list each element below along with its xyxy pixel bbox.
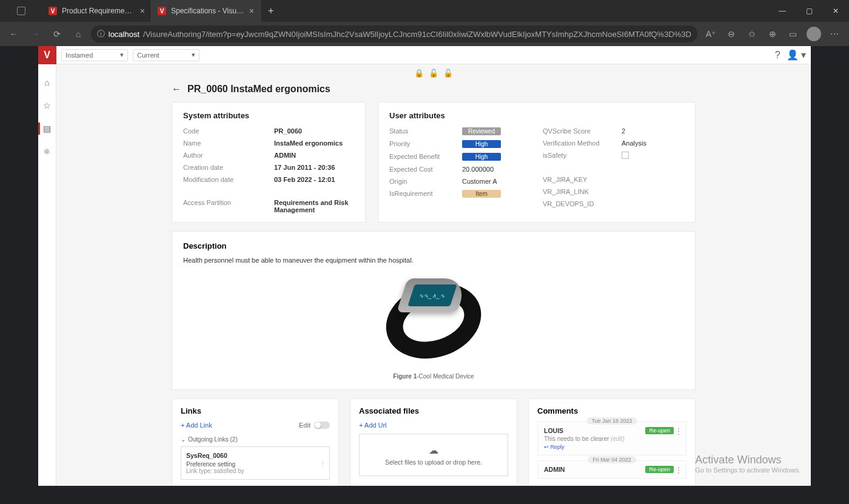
new-tab-button[interactable]: + [261,5,281,16]
attr-label: Priority [389,140,462,148]
close-icon[interactable]: × [140,6,145,16]
browser-tab-0[interactable]: V Product Requirements (27) - Vis... × [42,0,152,22]
minimize-button[interactable]: — [769,0,796,22]
benefit-badge: High [462,153,531,161]
back-button[interactable]: ← [5,24,22,44]
project-name: Instamed [65,52,93,59]
url-bar[interactable]: ⓘ localhost/VisureAuthoring7/item?p=eyJw… [91,25,697,42]
activate-windows-watermark: Activate Windows Go to Settings to activ… [695,454,800,474]
visure-favicon: V [158,7,166,15]
close-icon[interactable]: × [249,6,254,16]
home-button[interactable]: ⌂ [69,24,87,44]
attr-label: Author [183,152,274,159]
attr-label: Name [183,139,274,147]
baseline-selector[interactable]: Current ▾ [133,49,200,61]
cloud-upload-icon: ☁︎ [429,445,438,456]
card-heading: Associated files [359,406,508,415]
project-selector[interactable]: Instamed ▾ [61,49,128,61]
collections-icon[interactable]: ▭ [784,24,803,44]
attr-label: IsRequirement [389,190,462,198]
attr-value-partition: Requirements and Risk Management [274,199,354,213]
attr-label: Status [389,127,462,135]
favorites-icon[interactable]: ✩ [742,24,762,44]
link-item-sub: Link type: satisfied by [186,468,324,474]
tab-title: Product Requirements (27) - Vis... [62,7,135,15]
safety-checkbox[interactable] [622,152,684,160]
zoom-icon[interactable]: ⊖ [722,24,741,44]
attr-label: QVScribe Score [543,127,622,135]
attr-value-origin: Customer A [462,178,531,185]
card-heading: Comments [537,406,686,415]
comment-menu-icon[interactable]: ⋮ [675,466,682,474]
attr-label: VR_DEVOPS_ID [543,200,622,207]
description-card: Description Health personnel must be abl… [172,231,696,390]
home-icon[interactable]: ⌂ [38,75,56,90]
document-icon[interactable]: ▤ [38,121,56,136]
browser-titlebar: V Product Requirements (27) - Vis... × V… [0,0,849,22]
tab-overview-icon[interactable] [17,7,25,15]
attr-label: VR_JIRA_KEY [543,176,622,183]
link-item[interactable]: SysReq_0060 Preference setting Link type… [181,446,330,480]
comment-date: Tue Jan 18 2022 [586,417,637,425]
add-link-button[interactable]: + Add Link [181,422,212,429]
attr-label: isSafety [543,152,622,160]
chevron-down-icon: ▾ [192,51,195,59]
card-heading: Description [183,241,684,250]
help-icon[interactable]: ? [775,50,780,61]
url-host: localhost [109,30,139,39]
add-url-button[interactable]: + Add Url [359,422,508,429]
add-favorite-icon[interactable]: ⊕ [763,24,782,44]
card-heading: User attributes [389,111,684,120]
dropzone-text: Select files to upload or drop here. [385,459,482,466]
visure-favicon: V [49,7,57,15]
files-card: Associated files + Add Url ☁︎ Select fil… [350,398,517,486]
more-icon[interactable]: ⋯ [825,24,844,44]
link-item-menu-icon[interactable]: ⋮ [320,460,326,466]
unlock-icon[interactable]: 🔓 [429,69,438,78]
link-item-sub: Preference setting [186,461,324,468]
comments-card: Comments Tue Jan 18 2022 LOUIS This need… [528,398,696,486]
star-icon[interactable]: ☆ [38,98,56,113]
comment-text: This needs to be clearer (edit) [544,435,680,442]
url-path: /VisureAuthoring7/item?p=eyJwcm9qZWN0Ijo… [143,30,691,39]
outgoing-links-header[interactable]: ⌄ Outgoing Links (2) [181,436,330,443]
info-icon[interactable]: ⓘ [97,29,105,39]
refresh-button[interactable]: ⟳ [48,24,65,44]
file-dropzone[interactable]: ☁︎ Select files to upload or drop here. [359,434,508,476]
attr-label: Origin [389,178,462,185]
reopen-button[interactable]: Re-open [645,427,674,434]
maximize-button[interactable]: ▢ [796,0,822,22]
read-aloud-icon[interactable]: A⁺ [701,24,720,44]
attr-label: Verification Method [543,139,622,147]
reopen-button[interactable]: Re-open [645,466,674,473]
reply-button[interactable]: ↩ Reply [544,444,565,450]
browser-tab-1[interactable]: V Specifications - Visure Web × [152,0,261,22]
comment-menu-icon[interactable]: ⋮ [675,427,682,435]
device-image: ∿∿⎯∧⎯∿ [379,272,488,369]
card-heading: Links [181,406,330,415]
app-sidebar: V ⌂ ☆ ▤ ⚛ [38,46,56,486]
attr-label: Access Partition [183,199,274,213]
close-window-button[interactable]: ✕ [822,0,849,22]
priority-badge: High [462,140,531,148]
status-badge: Reviewed [462,127,531,135]
edit-toggle[interactable] [314,422,330,429]
tab-title: Specifications - Visure Web [171,7,244,15]
back-arrow[interactable]: ← [172,84,181,95]
trace-icon[interactable]: ⚛ [38,144,56,159]
forward-button[interactable]: → [26,24,44,44]
attr-value-author: ADMIN [274,152,354,159]
profile-avatar[interactable] [804,24,824,44]
system-attributes-card: System attributes Code PR_0060 Name Inst… [172,102,366,223]
card-heading: System attributes [183,111,354,120]
lock-icon[interactable]: 🔒 [414,69,424,78]
edit-label: Edit [299,422,310,429]
lock-toolbar: 🔒 🔓 🔓 [56,64,811,78]
attr-label: Creation date [183,164,274,171]
attr-value-cost: 20.000000 [462,166,531,173]
browser-navbar: ← → ⟳ ⌂ ⓘ localhost/VisureAuthoring7/ite… [0,22,849,46]
app-logo[interactable]: V [38,46,56,64]
attr-value-name: InstaMed ergonomics [274,139,354,147]
user-menu-icon[interactable]: 👤 ▾ [787,49,806,61]
unlock-all-icon[interactable]: 🔓 [443,69,453,78]
